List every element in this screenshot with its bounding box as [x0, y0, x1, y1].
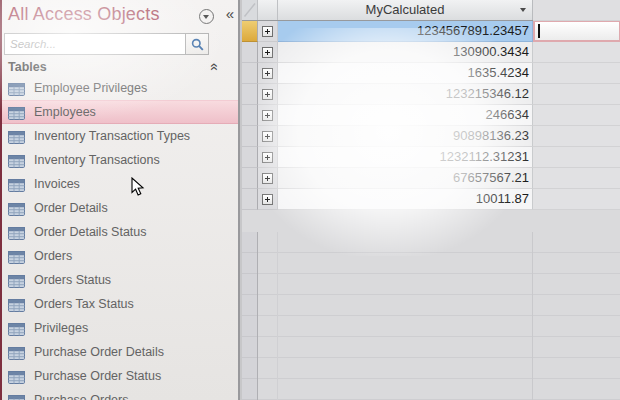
sidebar-item-purchase-order-status[interactable]: Purchase Order Status	[2, 364, 238, 388]
click-to-add-cell[interactable]	[533, 84, 620, 105]
mycalculated-cell[interactable]: 246634	[278, 105, 533, 126]
new-record-add-cell[interactable]	[533, 0, 620, 21]
empty-grid-area	[242, 232, 620, 400]
sidebar-item-invoices[interactable]: Invoices	[2, 172, 238, 196]
expand-record-button[interactable]	[262, 173, 273, 184]
sidebar-item-order-details-status[interactable]: Order Details Status	[2, 220, 238, 244]
click-to-add-cell[interactable]	[533, 42, 620, 63]
sidebar-item-order-details[interactable]: Order Details	[2, 196, 238, 220]
mycalculated-cell[interactable]: 1232112.31231	[278, 147, 533, 168]
mycalculated-cell[interactable]: 10011.87	[278, 189, 533, 210]
sidebar-item-label: Inventory Transactions	[34, 153, 160, 167]
sidebar-item-orders[interactable]: Orders	[2, 244, 238, 268]
expand-record-button[interactable]	[262, 194, 273, 205]
row-selector[interactable]	[242, 168, 258, 189]
sidebar-item-employees[interactable]: Employees	[2, 100, 238, 124]
table-row: 123215346.12	[242, 84, 620, 105]
expand-cell	[258, 147, 278, 168]
expand-cell	[258, 168, 278, 189]
sidebar-item-label: Privileges	[34, 321, 88, 335]
table-icon	[8, 226, 25, 239]
expand-record-button[interactable]	[262, 152, 273, 163]
table-row: 1635.4234	[242, 63, 620, 84]
corner-diagonal-icon	[242, 0, 258, 20]
table-icon	[8, 178, 25, 191]
sidebar-item-privileges[interactable]: Privileges	[2, 316, 238, 340]
expand-cell	[258, 63, 278, 84]
row-selector[interactable]	[242, 189, 258, 210]
expand-record-button[interactable]	[262, 68, 273, 79]
expand-record-button[interactable]	[262, 131, 273, 142]
click-to-add-cell[interactable]	[533, 147, 620, 168]
table-icon	[8, 154, 25, 167]
nav-menu-dropdown-icon[interactable]	[199, 9, 214, 24]
mycalculated-cell[interactable]: 1635.4234	[278, 63, 533, 84]
expand-cell	[258, 126, 278, 147]
selector-column-strip	[242, 232, 258, 400]
shutter-bar-close-icon[interactable]: «	[226, 5, 234, 23]
mycalculated-cell[interactable]: 67657567.21	[278, 168, 533, 189]
tables-group-header[interactable]: Tables «	[4, 58, 236, 78]
column-header-mycalculated[interactable]: MyCalculated	[278, 0, 533, 20]
row-selector[interactable]	[242, 63, 258, 84]
table-icon	[8, 130, 25, 143]
table-icon	[8, 394, 25, 400]
table-row: 90898136.23	[242, 126, 620, 147]
mycalculated-cell[interactable]: 1234567891.23457	[278, 21, 533, 42]
nav-pane-titlebar: All Access Objects «	[2, 0, 238, 30]
row-selector[interactable]	[242, 105, 258, 126]
sidebar-item-label: Employees	[34, 105, 96, 119]
column-dropdown-icon[interactable]	[520, 8, 526, 12]
table-icon	[8, 106, 25, 119]
table-row: 67657567.21	[242, 168, 620, 189]
expand-record-button[interactable]	[262, 47, 273, 58]
table-row: 10011.87	[242, 189, 620, 210]
sidebar-item-inventory-transactions[interactable]: Inventory Transactions	[2, 148, 238, 172]
row-selector[interactable]	[242, 147, 258, 168]
click-to-add-cell[interactable]	[533, 21, 620, 42]
expand-record-button[interactable]	[262, 26, 273, 37]
table-icon	[8, 202, 25, 215]
mycalculated-cell[interactable]: 130900.3434	[278, 42, 533, 63]
expand-record-button[interactable]	[262, 89, 273, 100]
sidebar-item-employee-privileges[interactable]: Employee Privileges	[2, 76, 238, 100]
table-icon	[8, 322, 25, 335]
click-to-add-cell[interactable]	[533, 63, 620, 84]
click-to-add-cell[interactable]	[533, 189, 620, 210]
mycalculated-cell[interactable]: 90898136.23	[278, 126, 533, 147]
row-selector[interactable]	[242, 21, 258, 42]
row-selector[interactable]	[242, 84, 258, 105]
expand-cell	[258, 105, 278, 126]
table-row: 1232112.31231	[242, 147, 620, 168]
table-icon	[8, 82, 25, 95]
navigation-pane: All Access Objects « Tables «	[2, 0, 238, 400]
gridline	[277, 232, 278, 400]
expand-record-button[interactable]	[262, 110, 273, 121]
sidebar-item-label: Invoices	[34, 177, 80, 191]
collapse-group-icon[interactable]: «	[208, 63, 222, 71]
records: 1234567891.23457 130900.3434 1635.4234	[242, 21, 620, 210]
select-all-corner[interactable]	[242, 0, 258, 20]
sidebar-item-purchase-order-details[interactable]: Purchase Order Details	[2, 340, 238, 364]
column-header-label: MyCalculated	[366, 2, 445, 17]
sidebar-item-label: Orders Status	[34, 273, 111, 287]
active-edit-cell[interactable]	[533, 20, 620, 42]
mycalculated-cell[interactable]: 123215346.12	[278, 84, 533, 105]
sidebar-item-label: Orders Tax Status	[34, 297, 134, 311]
search-button[interactable]	[185, 34, 208, 54]
sidebar-item-label: Purchase Order Details	[34, 345, 164, 359]
click-to-add-cell[interactable]	[533, 168, 620, 189]
click-to-add-cell[interactable]	[533, 126, 620, 147]
sidebar-item-purchase-orders[interactable]: Purchase Orders	[2, 388, 238, 400]
sidebar-item-orders-tax-status[interactable]: Orders Tax Status	[2, 292, 238, 316]
sidebar-item-orders-status[interactable]: Orders Status	[2, 268, 238, 292]
sidebar-item-label: Inventory Transaction Types	[34, 129, 190, 143]
sidebar-item-inventory-transaction-types[interactable]: Inventory Transaction Types	[2, 124, 238, 148]
row-selector[interactable]	[242, 126, 258, 147]
expand-cell	[258, 84, 278, 105]
sidebar-item-label: Purchase Order Status	[34, 369, 161, 383]
row-selector[interactable]	[242, 42, 258, 63]
search-input[interactable]	[5, 34, 185, 54]
click-to-add-cell[interactable]	[533, 105, 620, 126]
table-row: 1234567891.23457	[242, 21, 620, 42]
